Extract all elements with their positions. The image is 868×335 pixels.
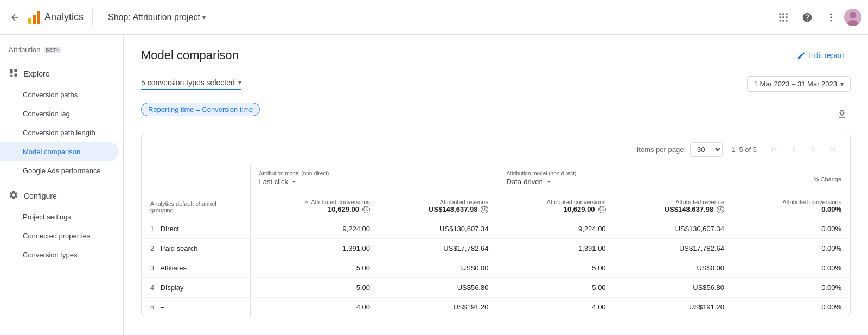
more-button[interactable] bbox=[820, 7, 842, 28]
channel-name: Direct bbox=[161, 225, 179, 233]
reporting-time-filter-chip[interactable]: Reporting time = Conversion time bbox=[141, 103, 260, 116]
prev-page-button[interactable] bbox=[785, 141, 802, 158]
total-conv2: 10,629.00 bbox=[564, 205, 595, 213]
configure-label: Configure bbox=[24, 192, 57, 200]
conv2-cell: 5.00 bbox=[497, 258, 615, 278]
explore-section-header[interactable]: Explore bbox=[0, 62, 119, 85]
model1-selector[interactable]: Last click bbox=[259, 178, 298, 187]
first-page-button[interactable] bbox=[765, 141, 783, 158]
info-icon-conv1[interactable]: ⓘ bbox=[362, 206, 370, 213]
pct-change-cell: 0.00% bbox=[733, 298, 850, 317]
svg-rect-18 bbox=[10, 75, 12, 77]
pagination-info: 1–5 of 5 bbox=[731, 146, 757, 154]
channel-cell: 5 – bbox=[142, 298, 250, 317]
model1-header-label: Attribution model (non-direct) bbox=[259, 170, 329, 176]
topbar: Analytics Shop: Attribution project ▾ bbox=[0, 0, 868, 35]
sidebar-item-connected-properties[interactable]: Connected properties bbox=[0, 226, 119, 245]
model2-selector[interactable]: Data-driven bbox=[506, 178, 552, 187]
svg-rect-8 bbox=[786, 20, 787, 21]
conv2-cell: 4.00 bbox=[497, 298, 615, 317]
rev1-cell: US$17,782.64 bbox=[379, 239, 497, 258]
channel-name: Paid search bbox=[161, 244, 198, 252]
pct-change-cell: 0.00% bbox=[733, 278, 850, 298]
sidebar-item-conversion-path-length[interactable]: Conversion path length bbox=[0, 123, 119, 142]
filters-row: 5 conversion types selected ▾ 1 Mar 2023… bbox=[141, 76, 851, 92]
table-row: 2 Paid search 1,391.00 US$17,782.64 1,39… bbox=[142, 239, 850, 258]
info-icon-conv2[interactable]: ⓘ bbox=[598, 206, 606, 213]
edit-report-button[interactable]: Edit report bbox=[790, 48, 851, 63]
info-icon-rev2[interactable]: ⓘ bbox=[717, 206, 724, 213]
sidebar-item-project-settings[interactable]: Project settings bbox=[0, 207, 119, 226]
table-row: 5 – 4.00 US$191.20 4.00 US$191.20 0.00% bbox=[142, 298, 850, 317]
analytics-logo[interactable]: Analytics bbox=[28, 11, 84, 24]
sidebar-item-conversion-paths[interactable]: Conversion paths bbox=[0, 85, 119, 104]
attr-conv1-header: Attributed conversions 10,629.00 ⓘ bbox=[250, 193, 379, 219]
sidebar-item-conversion-types[interactable]: Conversion types bbox=[0, 245, 119, 264]
channel-col-header-label: Analytics default channel grouping bbox=[150, 200, 241, 213]
attr-rev1-header: Attributed revenue US$148,637.98 ⓘ bbox=[379, 193, 497, 219]
help-button[interactable] bbox=[796, 7, 818, 28]
conv1-cell: 4.00 bbox=[250, 298, 379, 317]
conversion-type-selector[interactable]: 5 conversion types selected ▾ bbox=[141, 78, 241, 90]
model2-group-header: Attribution model (non-direct) Data-driv… bbox=[497, 165, 733, 193]
rev1-cell: US$56.80 bbox=[379, 278, 497, 298]
topbar-icons bbox=[773, 7, 861, 28]
svg-point-13 bbox=[850, 12, 856, 18]
items-per-page-select[interactable]: 30 50 100 bbox=[690, 142, 723, 157]
page-title: Model comparison bbox=[141, 48, 239, 62]
svg-point-9 bbox=[830, 13, 832, 15]
logo-bars-icon bbox=[28, 11, 40, 24]
table-header-group-row: Analytics default channel grouping Attri… bbox=[142, 165, 850, 193]
rev2-cell: US$191.20 bbox=[615, 298, 733, 317]
attribution-section-label: Attribution BETA bbox=[0, 41, 123, 62]
last-page-button[interactable] bbox=[824, 141, 841, 158]
next-page-button[interactable] bbox=[805, 141, 822, 158]
apps-button[interactable] bbox=[773, 7, 794, 28]
table-row: 3 Affiliates 5.00 US$0.00 5.00 US$0.00 0… bbox=[142, 258, 850, 278]
project-name: Shop: Attribution project bbox=[108, 12, 200, 22]
main-content: Model comparison Edit report 5 conversio… bbox=[124, 35, 868, 335]
sidebar-item-model-comparison[interactable]: Model comparison bbox=[0, 142, 119, 161]
svg-rect-2 bbox=[786, 13, 787, 15]
back-button[interactable] bbox=[7, 9, 24, 26]
layout: Attribution BETA Explore Conversion path… bbox=[0, 35, 868, 335]
conv2-cell: 9,224.00 bbox=[497, 219, 615, 239]
page-header: Model comparison Edit report bbox=[141, 48, 851, 63]
svg-rect-5 bbox=[786, 16, 787, 18]
pct-change-group-header: % Change bbox=[733, 165, 850, 193]
date-range-label: 1 Mar 2023 – 31 Mar 2023 bbox=[754, 80, 837, 88]
channel-name: Affiliates bbox=[160, 264, 187, 272]
row-number: 1 bbox=[150, 225, 154, 233]
pct-change-cell: 0.00% bbox=[733, 258, 850, 278]
info-icon-rev1[interactable]: ⓘ bbox=[481, 206, 488, 213]
rev2-cell: US$17,782.64 bbox=[615, 239, 733, 258]
conv1-cell: 5.00 bbox=[250, 278, 379, 298]
svg-rect-7 bbox=[782, 20, 784, 21]
rev2-cell: US$0.00 bbox=[615, 258, 733, 278]
conv1-cell: 9,224.00 bbox=[250, 219, 379, 239]
explore-section: Explore Conversion paths Conversion lag … bbox=[0, 62, 123, 180]
model1-group-header: Attribution model (non-direct) Last clic… bbox=[250, 165, 497, 193]
total-pct-change: 0.00% bbox=[821, 205, 841, 213]
configure-sub-items: Project settings Connected properties Co… bbox=[0, 207, 123, 264]
comparison-table: Analytics default channel grouping Attri… bbox=[142, 165, 850, 317]
svg-rect-3 bbox=[780, 16, 781, 18]
model2-name: Data-driven bbox=[506, 178, 542, 186]
data-table-container: Items per page: 30 50 100 1–5 of 5 bbox=[141, 134, 851, 317]
attr-rev1-label: Attributed revenue bbox=[440, 199, 489, 205]
svg-rect-0 bbox=[780, 13, 781, 15]
sort-icon bbox=[303, 199, 310, 205]
attr-conv1-label: Attributed conversions bbox=[311, 199, 370, 205]
download-button[interactable] bbox=[833, 105, 851, 123]
sidebar-item-google-ads[interactable]: Google Ads performance bbox=[0, 161, 119, 180]
project-selector[interactable]: Shop: Attribution project ▾ bbox=[101, 9, 212, 26]
svg-rect-6 bbox=[780, 20, 781, 21]
sidebar-item-conversion-lag[interactable]: Conversion lag bbox=[0, 104, 119, 123]
avatar[interactable] bbox=[844, 9, 861, 26]
date-range-selector[interactable]: 1 Mar 2023 – 31 Mar 2023 ▾ bbox=[747, 76, 851, 92]
configure-section-header[interactable]: Configure bbox=[0, 185, 123, 207]
filter-chip-label: Reporting time = Conversion time bbox=[148, 105, 253, 113]
model2-header-label: Attribution model (non-direct) bbox=[506, 170, 576, 176]
channel-cell: 1 Direct bbox=[142, 219, 250, 239]
items-per-page-label: Items per page: bbox=[637, 146, 686, 154]
